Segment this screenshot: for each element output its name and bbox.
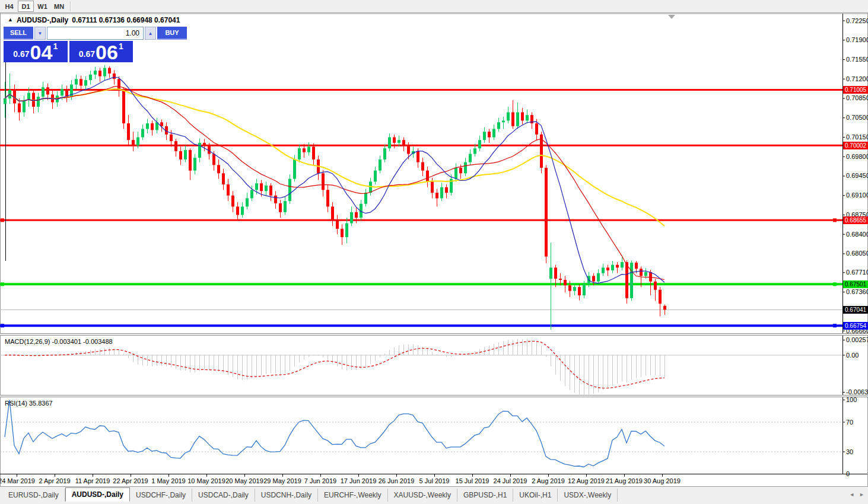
tab-scroll-left-icon[interactable]: ◄ <box>849 492 854 497</box>
price-tick-label: 0.69800 <box>846 153 868 160</box>
tab-usdcnh-daily[interactable]: USDCNH-,Daily <box>255 489 318 502</box>
date-label: 30 Aug 2019 <box>644 477 681 484</box>
sell-price-panel[interactable]: 0.67 04 1 <box>4 41 68 62</box>
toolbar-separator <box>70 1 71 12</box>
volume-decrease-button[interactable]: ▼ <box>34 27 46 40</box>
date-label: 11 Apr 2019 <box>75 477 110 484</box>
rsi-tick-label: 70 <box>846 419 853 426</box>
volume-input[interactable] <box>47 27 144 40</box>
date-label: 17 Jun 2019 <box>341 477 377 484</box>
date-label: 2 Apr 2019 <box>39 477 70 484</box>
price-tick-label: 0.69100 <box>846 192 868 199</box>
date-label: 10 May 2019 <box>187 477 225 484</box>
chart-symbol-label: AUDUSD-,Daily <box>17 16 68 24</box>
sell-price-big-digits: 04 <box>30 43 53 61</box>
date-label: 24 Jul 2019 <box>494 477 527 484</box>
one-click-trade-panel: SELL ▼ ▲ BUY 0.67 04 1 0.67 06 1 <box>4 27 133 62</box>
price-tick-label: 0.67710 <box>846 269 868 276</box>
tab-usdx-weekly[interactable]: USDX-,Weekly <box>558 489 618 502</box>
price-tag-level: 0.71005 <box>843 86 868 94</box>
buy-price-prefix: 0.67 <box>79 49 95 59</box>
date-label: 2 Aug 2019 <box>532 477 565 484</box>
price-tick-label: 0.67360 <box>846 288 868 295</box>
tab-usdchf-daily[interactable]: USDCHF-,Daily <box>130 489 192 502</box>
tab-ukoil-h1[interactable]: UKOil-,H1 <box>513 489 558 502</box>
chart-tab-bar: EURUSD-,DailyAUDUSD-,DailyUSDCHF-,DailyU… <box>0 486 868 502</box>
sell-price-pip-fraction: 1 <box>53 42 58 51</box>
macd-tick-label: -0.006326 <box>846 388 868 395</box>
price-tick-label: 0.70150 <box>846 133 868 141</box>
timeframe-button-w1[interactable]: W1 <box>34 1 50 12</box>
date-label: 26 Jun 2019 <box>379 477 415 484</box>
price-tick-label: 0.68400 <box>846 231 868 238</box>
date-label: 22 Apr 2019 <box>113 477 148 484</box>
status-strip <box>0 502 868 504</box>
trading-platform-window: H4D1W1MN ▲ AUDUSD-,Daily 0.67111 0.67136… <box>0 0 868 504</box>
chart-title: ▲ AUDUSD-,Daily 0.67111 0.67136 0.66948 … <box>8 16 180 24</box>
date-label: 12 Aug 2019 <box>568 477 605 484</box>
sell-price-prefix: 0.67 <box>13 49 29 59</box>
price-tick-label: 0.70500 <box>846 114 868 121</box>
price-tick-label: 0.71550 <box>846 56 868 63</box>
tab-xauusd-weekly[interactable]: XAUUSD-,Weekly <box>388 489 457 502</box>
price-tick-label: 0.71200 <box>846 75 868 82</box>
macd-tick-label: 0.00 <box>846 352 859 359</box>
timeframe-button-mn[interactable]: MN <box>51 1 67 12</box>
sell-button[interactable]: SELL <box>4 27 33 40</box>
price-tick-label: 0.72250 <box>846 17 868 24</box>
date-label: 29 May 2019 <box>263 477 301 484</box>
buy-price-big-digits: 06 <box>96 43 118 61</box>
price-tick-label: 0.71900 <box>846 36 868 43</box>
date-label: 21 Aug 2019 <box>606 477 643 484</box>
tab-usdcad-daily[interactable]: USDCAD-,Daily <box>192 489 255 502</box>
date-label: 7 Jun 2019 <box>304 477 336 484</box>
buy-price-pip-fraction: 1 <box>119 42 123 51</box>
timeframe-button-h4[interactable]: H4 <box>1 1 17 12</box>
price-tag-level: 0.70002 <box>843 142 868 149</box>
rsi-tick-label: 100 <box>846 396 857 403</box>
rsi-tick-label: 0 <box>846 470 850 477</box>
price-tick-label: 0.70850 <box>846 94 868 101</box>
date-label: 1 May 2019 <box>151 477 185 484</box>
macd-indicator-label: MACD(12,26,9) -0.003401 -0.003488 <box>5 338 113 345</box>
price-tag-level: 0.67501 <box>843 280 868 288</box>
price-tick-label: 0.68050 <box>846 250 868 257</box>
rsi-tick-label: 30 <box>846 448 853 455</box>
date-label: 20 May 2019 <box>225 477 263 484</box>
tab-scroll-buttons: ◄► <box>849 492 864 497</box>
tab-eurchf-weekly[interactable]: EURCHF-,Weekly <box>318 489 387 502</box>
collapse-panel-icon[interactable]: ▲ <box>8 17 13 23</box>
tab-scroll-right-icon[interactable]: ► <box>859 492 864 497</box>
buy-price-panel[interactable]: 0.67 06 1 <box>69 41 133 62</box>
timeframe-toolbar: H4D1W1MN <box>0 0 868 13</box>
price-tag-current: 0.67041 <box>843 306 868 314</box>
buy-button[interactable]: BUY <box>157 27 187 40</box>
date-label: 5 Jul 2019 <box>419 477 450 484</box>
volume-increase-button[interactable]: ▲ <box>145 27 156 40</box>
tab-eurusd-daily[interactable]: EURUSD-,Daily <box>2 489 65 502</box>
price-tag-level: 0.66754 <box>843 322 868 330</box>
chart-window <box>0 13 868 504</box>
price-tag-level: 0.68655 <box>843 216 868 224</box>
rsi-indicator-label: RSI(14) 35.8367 <box>5 400 53 407</box>
chart-ohlc-values: 0.67111 0.67136 0.66948 0.67041 <box>72 16 180 24</box>
date-label: 15 Jul 2019 <box>456 477 489 484</box>
tab-gbpusd-h1[interactable]: GBPUSD-,H1 <box>457 489 513 502</box>
macd-tick-label: 0.002574 <box>846 336 868 343</box>
date-label: 24 Mar 2019 <box>0 477 35 484</box>
timeframe-button-d1[interactable]: D1 <box>18 1 34 12</box>
price-tick-label: 0.69450 <box>846 172 868 179</box>
tab-audusd-daily[interactable]: AUDUSD-,Daily <box>65 487 130 502</box>
